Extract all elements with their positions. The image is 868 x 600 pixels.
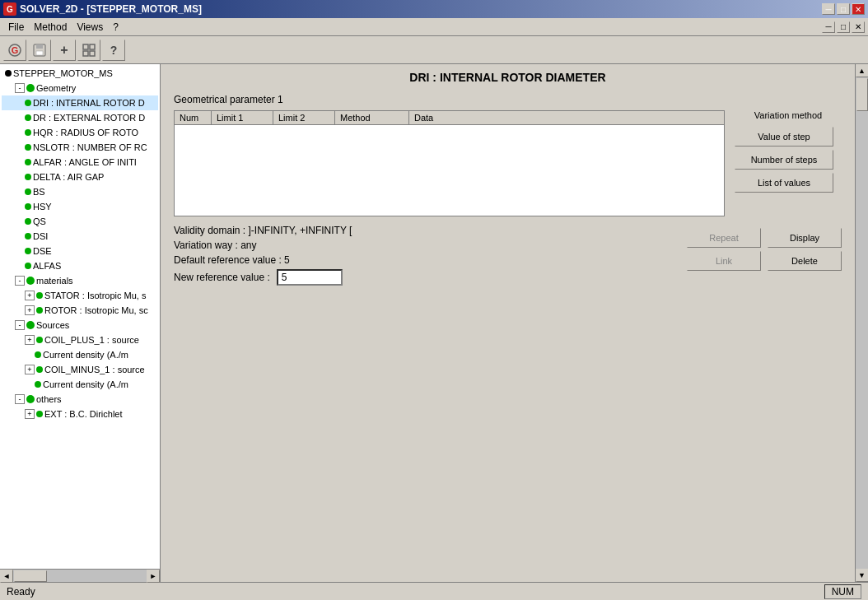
th-method: Method — [335, 111, 409, 124]
content-area: DRI : INTERNAL ROTOR DIAMETER Geometrica… — [161, 64, 855, 582]
link-button[interactable]: Link — [687, 251, 761, 271]
toolbar-add-btn[interactable]: + — [53, 40, 76, 61]
inner-close-button[interactable]: ✕ — [852, 21, 865, 33]
new-ref-input[interactable] — [277, 269, 343, 286]
variation-way-row: Variation way : any — [174, 240, 674, 251]
tree-item-materials[interactable]: - materials — [2, 273, 158, 288]
minimize-button[interactable]: ─ — [822, 3, 835, 15]
delete-button[interactable]: Delete — [768, 251, 842, 271]
expand-geometry[interactable]: - — [15, 83, 25, 93]
menu-method[interactable]: Method — [29, 20, 72, 35]
th-num: Num — [175, 111, 212, 124]
hscroll-thumb[interactable] — [14, 570, 47, 582]
number-of-steps-button[interactable]: Number of steps — [735, 150, 833, 170]
right-content-wrapper: DRI : INTERNAL ROTOR DIAMETER Geometrica… — [161, 64, 868, 582]
tree-item-current-density-1[interactable]: Current density (A./m — [2, 347, 158, 362]
expand-stator[interactable]: + — [25, 291, 35, 300]
expand-ext[interactable]: + — [25, 409, 35, 419]
inner-maximize-button[interactable]: □ — [837, 21, 850, 33]
table-body[interactable] — [175, 125, 724, 216]
toolbar-save-btn[interactable] — [28, 40, 51, 61]
tree-root[interactable]: STEPPER_MOTOR_MS — [2, 66, 158, 81]
vscroll-track[interactable] — [856, 77, 868, 569]
tree-item-alfar[interactable]: ALFAR : ANGLE OF INITI — [2, 155, 158, 170]
menu-views[interactable]: Views — [72, 20, 108, 35]
delta-dot — [25, 174, 31, 180]
vscroll-thumb[interactable] — [856, 78, 868, 111]
tree-item-hqr[interactable]: HQR : RADIUS OF ROTO — [2, 125, 158, 140]
toolbar-help-btn[interactable]: ? — [102, 40, 125, 61]
tree-item-dr[interactable]: DR : EXTERNAL ROTOR D — [2, 110, 158, 125]
expand-coil-plus[interactable]: + — [25, 335, 35, 345]
status-bar: Ready NUM — [0, 582, 868, 600]
root-dot — [5, 70, 12, 77]
tree-item-coil-plus[interactable]: + COIL_PLUS_1 : source — [2, 333, 158, 347]
tree-item-geometry[interactable]: - Geometry — [2, 81, 158, 95]
tree-item-delta[interactable]: DELTA : AIR GAP — [2, 170, 158, 184]
dri-dot — [25, 100, 31, 106]
left-panel-wrapper: STEPPER_MOTOR_MS - Geometry DRI : INTERN… — [0, 64, 161, 582]
validity-domain-text: Validity domain : ]-INFINITY, +INFINITY … — [174, 225, 352, 236]
tree-container: STEPPER_MOTOR_MS - Geometry DRI : INTERN… — [0, 64, 160, 423]
coil-plus-dot — [36, 337, 43, 343]
table-header: Num Limit 1 Limit 2 Method Data — [175, 111, 724, 125]
tree-item-hsy[interactable]: HSY — [2, 199, 158, 214]
tree-item-rotor[interactable]: + ROTOR : Isotropic Mu, sc — [2, 303, 158, 318]
tree-item-dse[interactable]: DSE — [2, 244, 158, 258]
cd1-dot — [35, 351, 41, 358]
tree-item-qs[interactable]: QS — [2, 214, 158, 229]
list-of-values-button[interactable]: List of values — [735, 173, 833, 193]
hscroll-left-btn[interactable]: ◄ — [0, 570, 13, 583]
repeat-button[interactable]: Repeat — [687, 228, 761, 248]
tree-item-current-density-2[interactable]: Current density (A./m — [2, 377, 158, 392]
close-button[interactable]: ✕ — [852, 3, 865, 15]
expand-rotor[interactable]: + — [25, 305, 35, 315]
tree-item-alfas[interactable]: ALFAS — [2, 258, 158, 273]
variation-title: Variation method — [735, 110, 842, 120]
variation-panel: Variation method Value of step Number of… — [735, 110, 842, 216]
toolbar-icon-btn[interactable]: G — [3, 40, 26, 61]
toolbar: G + ? — [0, 36, 868, 64]
tree-item-sources[interactable]: - Sources — [2, 318, 158, 333]
tree-item-bs[interactable]: BS — [2, 184, 158, 199]
svg-rect-3 — [36, 44, 43, 49]
tree-item-ext[interactable]: + EXT : B.C. Dirichlet — [2, 407, 158, 421]
tree-item-dri[interactable]: DRI : INTERNAL ROTOR D — [2, 95, 158, 110]
inner-minimize-button[interactable]: ─ — [822, 21, 835, 33]
tree-label-hsy: HSY — [33, 202, 52, 212]
expand-sources[interactable]: - — [15, 320, 25, 330]
hscroll-right-btn[interactable]: ► — [147, 570, 160, 583]
geometry-dot — [26, 84, 35, 92]
svg-rect-5 — [83, 44, 88, 49]
vscroll-down-btn[interactable]: ▼ — [856, 569, 869, 582]
maximize-button[interactable]: □ — [837, 3, 850, 15]
tree-item-dsi[interactable]: DSI — [2, 229, 158, 244]
bs-dot — [25, 188, 31, 195]
expand-coil-minus[interactable]: + — [25, 365, 35, 374]
table-section: Num Limit 1 Limit 2 Method Data Variatio… — [174, 110, 842, 216]
svg-rect-8 — [90, 51, 95, 56]
param-table: Num Limit 1 Limit 2 Method Data — [174, 110, 725, 216]
tree-item-nslotr[interactable]: NSLOTR : NUMBER OF RC — [2, 140, 158, 155]
left-hscroll: ◄ ► — [0, 569, 160, 582]
display-button[interactable]: Display — [768, 228, 842, 248]
menu-help[interactable]: ? — [108, 20, 124, 35]
ext-dot — [36, 411, 43, 417]
svg-text:G: G — [12, 45, 19, 55]
tree-label-delta: DELTA : AIR GAP — [33, 172, 104, 182]
expand-others[interactable]: - — [15, 394, 25, 404]
expand-materials[interactable]: - — [15, 276, 25, 286]
tree-label-dri: DRI : INTERNAL ROTOR D — [33, 98, 145, 108]
dr-dot — [25, 114, 31, 121]
svg-rect-7 — [83, 51, 88, 56]
tree-label-cd1: Current density (A./m — [43, 350, 128, 360]
tree-scroll-area[interactable]: STEPPER_MOTOR_MS - Geometry DRI : INTERN… — [0, 64, 160, 569]
hscroll-track[interactable] — [13, 570, 147, 582]
vscroll-up-btn[interactable]: ▲ — [856, 64, 869, 77]
value-of-step-button[interactable]: Value of step — [735, 127, 833, 147]
menu-file[interactable]: File — [3, 20, 29, 35]
tree-item-stator[interactable]: + STATOR : Isotropic Mu, s — [2, 288, 158, 303]
tree-item-coil-minus[interactable]: + COIL_MINUS_1 : source — [2, 362, 158, 377]
tree-item-others[interactable]: - others — [2, 392, 158, 407]
toolbar-grid-btn[interactable] — [77, 40, 100, 61]
